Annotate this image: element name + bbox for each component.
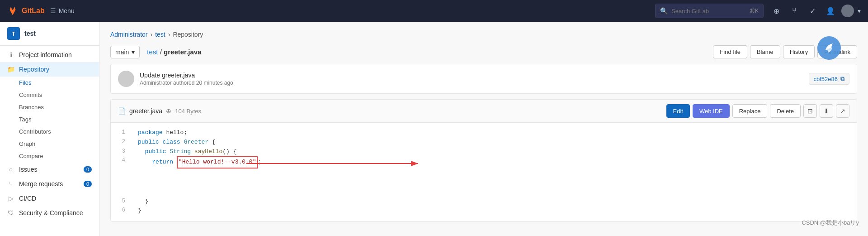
breadcrumb-project[interactable]: test bbox=[155, 31, 165, 38]
project-avatar: T bbox=[7, 27, 20, 40]
sidebar-label-commits: Commits bbox=[19, 92, 42, 98]
commit-info-box: Update greeter.java Administrator author… bbox=[110, 64, 857, 94]
branch-selector[interactable]: main ▾ bbox=[110, 46, 140, 58]
copy-hash-icon[interactable]: ⧉ bbox=[840, 75, 844, 82]
file-header: 📄 greeter.java ⊕ 104 Bytes Edit Web IDE … bbox=[111, 100, 857, 123]
user-icon[interactable]: 👤 bbox=[823, 4, 838, 18]
share-icon[interactable]: ↗ bbox=[836, 104, 849, 118]
sidebar-sub-commits[interactable]: Commits bbox=[0, 89, 99, 101]
sidebar-item-project-info[interactable]: ℹ Project information bbox=[0, 48, 99, 62]
cicd-icon: ▷ bbox=[7, 195, 14, 202]
path-sep: / bbox=[160, 48, 164, 56]
sidebar-label-security: Security & Compliance bbox=[19, 209, 83, 217]
sidebar: T test ℹ Project information 📁 Repositor… bbox=[0, 22, 99, 236]
code-line-1: 1 package hello; bbox=[111, 128, 857, 138]
sidebar-label-files: Files bbox=[19, 79, 31, 86]
breadcrumb-page: Repository bbox=[173, 31, 203, 38]
avatar-chevron: ▾ bbox=[858, 7, 861, 14]
commit-author: Administrator bbox=[140, 80, 172, 86]
download-icon[interactable]: ⬇ bbox=[820, 104, 833, 118]
merge-requests-badge: 0 bbox=[84, 181, 92, 187]
search-icon: 🔍 bbox=[660, 7, 668, 14]
sidebar-sub-graph[interactable]: Graph bbox=[0, 138, 99, 150]
gitlab-logo[interactable]: GitLab bbox=[7, 5, 45, 16]
line-code-4: return "Hello world!--v3.0.0"; bbox=[131, 156, 857, 197]
sidebar-sub-contributors[interactable]: Contributors bbox=[0, 125, 99, 138]
line-code-6: } bbox=[131, 206, 857, 216]
search-shortcut: ⌘K bbox=[750, 8, 759, 14]
line-number-3: 3 bbox=[111, 147, 131, 156]
delete-button[interactable]: Delete bbox=[770, 104, 801, 118]
blame-button[interactable]: Blame bbox=[750, 45, 780, 58]
line-code-5: } bbox=[131, 197, 857, 207]
line-number-6: 6 bbox=[111, 206, 131, 215]
sidebar-sub-compare[interactable]: Compare bbox=[0, 150, 99, 162]
merge-request-icon[interactable]: ⑂ bbox=[787, 4, 802, 18]
sidebar-item-repository[interactable]: 📁 Repository bbox=[0, 62, 99, 77]
code-line-3: 3 public String sayHello() { bbox=[111, 147, 857, 157]
sidebar-label-repository: Repository bbox=[19, 66, 49, 73]
project-name: test bbox=[24, 30, 36, 37]
menu-button[interactable]: ☰ Menu bbox=[50, 7, 75, 14]
find-file-button[interactable]: Find file bbox=[713, 45, 747, 58]
sidebar-nav: ℹ Project information 📁 Repository Files… bbox=[0, 46, 99, 222]
search-input[interactable] bbox=[671, 8, 746, 14]
edit-button[interactable]: Edit bbox=[666, 104, 690, 118]
path-part1[interactable]: test bbox=[147, 48, 158, 56]
code-area: 1 package hello; 2 public class Greeter … bbox=[111, 123, 857, 221]
line-code-3: public String sayHello() { bbox=[131, 147, 857, 157]
search-bar[interactable]: 🔍 ⌘K bbox=[655, 4, 764, 18]
breadcrumb-sep1: › bbox=[150, 31, 152, 38]
sidebar-label-cicd: CI/CD bbox=[19, 195, 36, 202]
sidebar-sub-branches[interactable]: Branches bbox=[0, 101, 99, 113]
web-ide-button[interactable]: Web IDE bbox=[693, 104, 730, 118]
issues-badge: 0 bbox=[84, 166, 92, 173]
replace-button[interactable]: Replace bbox=[732, 104, 768, 118]
watermark: CSDN @我是小baリy bbox=[802, 219, 859, 227]
branch-chevron: ▾ bbox=[132, 48, 135, 56]
sidebar-item-security[interactable]: 🛡 Security & Compliance bbox=[0, 206, 99, 220]
line-number-4: 4 bbox=[111, 156, 131, 165]
commit-details: Update greeter.java Administrator author… bbox=[140, 72, 233, 86]
sidebar-sub-tags[interactable]: Tags bbox=[0, 113, 99, 125]
annotation-arrow bbox=[246, 157, 436, 170]
file-action-buttons: Edit Web IDE Replace Delete ⊡ ⬇ ↗ bbox=[666, 104, 849, 118]
raw-icon[interactable]: ⊡ bbox=[803, 104, 817, 118]
avatar[interactable] bbox=[841, 5, 854, 17]
sidebar-label-tags: Tags bbox=[19, 116, 31, 123]
security-icon: 🛡 bbox=[7, 209, 14, 217]
file-toolbar: main ▾ test / greeter.java Find file Bla… bbox=[110, 45, 857, 58]
code-line-2: 2 public class Greeter { bbox=[111, 138, 857, 147]
sidebar-label-contributors: Contributors bbox=[19, 128, 51, 135]
commit-hash[interactable]: cbf52e86 ⧉ bbox=[809, 73, 850, 85]
project-header[interactable]: T test bbox=[0, 22, 99, 46]
sidebar-label-compare: Compare bbox=[19, 153, 43, 159]
sidebar-label-issues: Issues bbox=[19, 166, 37, 173]
info-icon: ℹ bbox=[7, 51, 14, 58]
main-content: Administrator › test › Repository main ▾… bbox=[99, 22, 868, 236]
file-size: 104 Bytes bbox=[175, 108, 201, 115]
breadcrumb-admin[interactable]: Administrator bbox=[110, 31, 147, 38]
commit-hash-value: cbf52e86 bbox=[814, 76, 838, 82]
sidebar-item-issues[interactable]: ○ Issues 0 bbox=[0, 162, 99, 177]
app-layout: T test ℹ Project information 📁 Repositor… bbox=[0, 22, 868, 236]
create-icon[interactable]: ⊕ bbox=[769, 4, 783, 18]
filename-label: greeter.java bbox=[164, 48, 201, 56]
line-number-2: 2 bbox=[111, 138, 131, 146]
code-line-6: 6 } bbox=[111, 206, 857, 216]
sidebar-item-cicd[interactable]: ▷ CI/CD bbox=[0, 191, 99, 206]
hamburger-icon: ☰ bbox=[50, 7, 56, 14]
sidebar-item-merge-requests[interactable]: ⑂ Merge requests 0 bbox=[0, 177, 99, 191]
commit-avatar bbox=[118, 71, 134, 87]
file-copy-icon[interactable]: ⊕ bbox=[166, 107, 171, 115]
top-navigation: GitLab ☰ Menu 🔍 ⌘K ⊕ ⑂ ✓ 👤 ▾ bbox=[0, 0, 868, 22]
file-viewer-name: greeter.java bbox=[129, 107, 162, 115]
breadcrumb: Administrator › test › Repository bbox=[110, 31, 857, 38]
code-line-4: 4 return "Hello world!--v3.0.0"; bbox=[111, 156, 857, 197]
file-path: test / greeter.java bbox=[147, 48, 201, 56]
todo-icon[interactable]: ✓ bbox=[805, 4, 820, 18]
history-button[interactable]: History bbox=[783, 45, 815, 58]
line-number-5: 5 bbox=[111, 197, 131, 206]
commit-message: Update greeter.java bbox=[140, 72, 233, 79]
sidebar-sub-files[interactable]: Files bbox=[0, 77, 99, 89]
